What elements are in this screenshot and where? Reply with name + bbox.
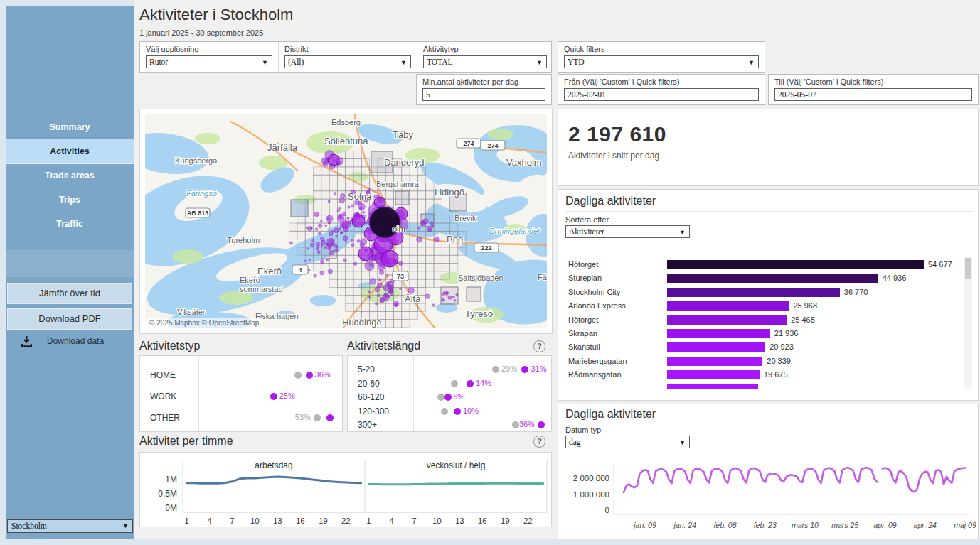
scrollbar[interactable] bbox=[964, 258, 972, 389]
bar[interactable] bbox=[667, 384, 758, 389]
district-select[interactable]: (All) ▼ bbox=[284, 55, 411, 68]
chevron-down-icon: ▼ bbox=[122, 520, 129, 532]
sidebar-item-trips[interactable]: Trips bbox=[6, 188, 134, 212]
purple-dot[interactable] bbox=[467, 380, 474, 387]
bar[interactable] bbox=[667, 315, 787, 325]
dot-value-label: 9% bbox=[454, 392, 465, 401]
download-pdf-button[interactable]: Download PDF bbox=[7, 308, 132, 330]
sort-by-label: Sortera efter bbox=[565, 215, 609, 224]
table-row[interactable]: Mariebergsgatan20 339 bbox=[558, 355, 961, 368]
gray-dot[interactable] bbox=[437, 394, 444, 401]
download-data-button[interactable]: Download data bbox=[18, 334, 132, 350]
hourly-xtick: 22 bbox=[341, 517, 351, 525]
hourly-title: Aktivitet per timme bbox=[139, 435, 233, 448]
map-label: Kungsberga bbox=[175, 156, 218, 165]
map-label: olm bbox=[393, 225, 405, 233]
help-icon[interactable]: ? bbox=[533, 436, 545, 448]
dot-row-label: 5-20 bbox=[358, 365, 375, 374]
table-row[interactable] bbox=[558, 382, 961, 389]
min-activities-filter: Min.antal aktiviteter per dag 5 bbox=[416, 74, 552, 105]
hourly-xtick: 7 bbox=[412, 517, 416, 525]
sidebar-item-activities[interactable]: Activities bbox=[6, 139, 134, 163]
table-row[interactable]: Skrapan21 936 bbox=[558, 327, 961, 340]
map-label: Huddinge bbox=[342, 317, 382, 328]
min-activities-label: Min.antal aktiviteter per dag bbox=[422, 77, 545, 86]
dot-row-label: OTHER bbox=[150, 413, 180, 423]
purple-dot[interactable] bbox=[538, 421, 545, 428]
from-date-input[interactable]: 2025-02-01 bbox=[564, 88, 759, 101]
sidebar-item-traffic[interactable]: Traffic bbox=[6, 212, 134, 236]
map-label: Viksäter bbox=[177, 308, 206, 316]
daily-bars-title: Dagliga aktiviteter bbox=[565, 195, 972, 212]
dot-value-label: 25% bbox=[279, 392, 295, 400]
dashboard-page: SummaryActivitiesTrade areasTripsTraffic… bbox=[0, 0, 980, 545]
gray-dot[interactable] bbox=[314, 414, 321, 421]
hourly-ytick: 1M bbox=[165, 475, 177, 485]
purple-dot[interactable] bbox=[270, 393, 277, 400]
bar-value-label: 21 936 bbox=[774, 329, 799, 338]
purple-dot[interactable] bbox=[444, 394, 452, 401]
map-label: Saltsjöbaden bbox=[458, 274, 504, 282]
hourly-xtick: 19 bbox=[319, 517, 328, 525]
gray-dot[interactable] bbox=[441, 408, 448, 415]
to-date-filter: Till (Välj 'Custom' i Quick filters) 202… bbox=[768, 74, 979, 105]
bar[interactable] bbox=[667, 260, 924, 269]
table-row[interactable]: Hötorget54 677 bbox=[558, 258, 961, 271]
resolution-value: Rutor bbox=[149, 58, 168, 66]
purple-dot[interactable] bbox=[454, 408, 461, 415]
table-row[interactable]: Rådmansgatan19 675 bbox=[558, 368, 961, 382]
daily-xtick: apr. 24 bbox=[914, 521, 937, 529]
from-date-label: Från (Välj 'Custom' i Quick filters) bbox=[564, 77, 759, 86]
to-date-label: Till (Välj 'Custom' i Quick filters) bbox=[774, 77, 972, 86]
bar[interactable] bbox=[667, 301, 789, 311]
map-attribution[interactable]: © 2025 Mapbox © OpenStreetMap bbox=[145, 318, 263, 328]
sidebar-band bbox=[6, 250, 134, 277]
bar[interactable] bbox=[667, 370, 760, 379]
bar[interactable] bbox=[667, 288, 840, 297]
hourly-xtick: 10 bbox=[432, 517, 442, 525]
quick-filters-select[interactable]: YTD ▼ bbox=[564, 55, 759, 68]
sidebar-nav: SummaryActivitiesTrade areasTripsTraffic bbox=[6, 115, 134, 236]
road-shield-label: 222 bbox=[481, 244, 491, 252]
table-row[interactable]: Stockholm City36 770 bbox=[558, 286, 961, 299]
table-row[interactable]: Stureplan44 936 bbox=[558, 271, 961, 285]
map[interactable]: EdsbergTäbySollentunaJärfällaKungsbergaD… bbox=[145, 114, 547, 328]
gray-dot[interactable] bbox=[492, 366, 499, 373]
bar[interactable] bbox=[667, 329, 770, 338]
sidebar-item-summary[interactable]: Summary bbox=[6, 115, 134, 139]
sort-by-select[interactable]: Aktiviteter ▼ bbox=[565, 225, 690, 238]
map-canvas[interactable]: EdsbergTäbySollentunaJärfällaKungsbergaD… bbox=[145, 114, 547, 328]
purple-dot[interactable] bbox=[326, 414, 334, 421]
gray-dot[interactable] bbox=[512, 421, 519, 428]
resolution-select[interactable]: Rutor ▼ bbox=[146, 55, 272, 68]
table-row[interactable]: Skanstull20 923 bbox=[558, 340, 961, 354]
bar[interactable] bbox=[667, 342, 765, 352]
region-select[interactable]: Stockholm ▼ bbox=[7, 519, 133, 533]
scrollbar-thumb[interactable] bbox=[965, 258, 971, 279]
chevron-down-icon: ▼ bbox=[400, 57, 407, 68]
activity-type-select[interactable]: TOTAL ▼ bbox=[423, 55, 547, 68]
table-row[interactable]: Arlanda Express25 968 bbox=[558, 299, 961, 313]
district-label: Distrikt bbox=[284, 45, 411, 53]
to-date-input[interactable]: 2025-05-07 bbox=[774, 88, 972, 101]
daily-xtick: feb. 08 bbox=[713, 521, 736, 529]
help-icon[interactable]: ? bbox=[533, 340, 545, 352]
gray-dot[interactable] bbox=[294, 372, 302, 379]
purple-dot[interactable] bbox=[306, 372, 313, 379]
bar-category-label: Hötorget bbox=[568, 260, 662, 269]
hourly-panel-title: arbetsdag bbox=[255, 460, 292, 470]
table-row[interactable]: Hötorget25 465 bbox=[558, 313, 961, 327]
purple-dot[interactable] bbox=[521, 366, 528, 373]
map-label: Ekerö bbox=[257, 266, 282, 276]
bar-value-label: 36 770 bbox=[844, 288, 868, 296]
min-activities-input[interactable]: 5 bbox=[422, 88, 545, 101]
hourly-xtick: 13 bbox=[455, 517, 464, 525]
hourly-xtick: 7 bbox=[230, 517, 234, 525]
bar[interactable] bbox=[667, 274, 878, 283]
bar-category-label: Stockholm City bbox=[568, 288, 662, 296]
sidebar-item-trade-areas[interactable]: Trade areas bbox=[6, 163, 134, 188]
daily-line-panel: Dagliga aktiviteter Datum typ dag ▼ 2 00… bbox=[558, 404, 979, 541]
compare-over-time-button[interactable]: Jämför över tid bbox=[7, 283, 132, 304]
gray-dot[interactable] bbox=[451, 380, 458, 387]
bar[interactable] bbox=[667, 357, 762, 366]
